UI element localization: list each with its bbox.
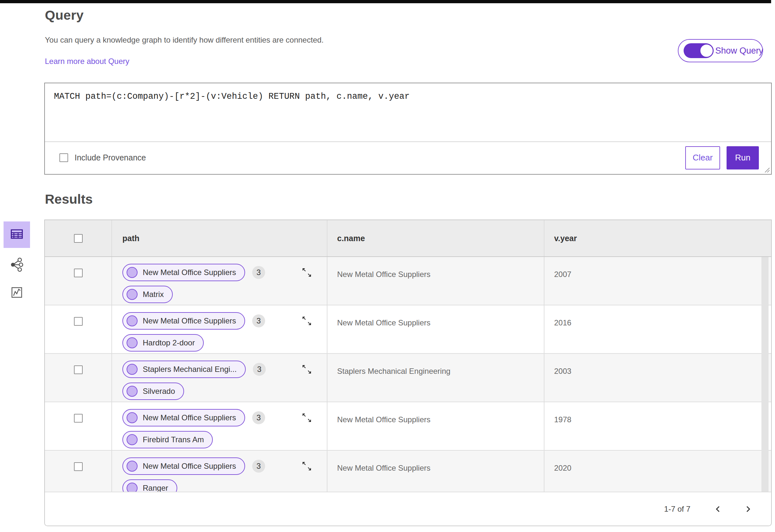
chevron-left-icon[interactable] <box>712 503 725 516</box>
learn-more-link[interactable]: Learn more about Query <box>45 57 129 66</box>
toggle-track[interactable] <box>684 43 713 58</box>
expand-diagonal-arrows-icon[interactable] <box>301 460 312 472</box>
show-query-label: Show Query <box>715 46 763 56</box>
path-end-node-pill[interactable]: Firebird Trans Am <box>122 431 213 448</box>
page-description: You can query a knowledge graph to ident… <box>45 36 323 45</box>
clear-button[interactable]: Clear <box>685 146 720 169</box>
query-panel-footer: Include Provenance Clear Run <box>45 142 771 173</box>
path-end-node-pill[interactable]: Hardtop 2-door <box>122 334 204 352</box>
path-hop-count-badge: 3 <box>253 363 266 376</box>
query-editor[interactable]: MATCH path=(c:Company)-[r*2]-(v:Vehicle)… <box>45 83 771 142</box>
expand-diagonal-arrows-icon[interactable] <box>301 267 312 278</box>
node-dot-icon <box>127 267 138 278</box>
cell-vyear: 2007 <box>544 257 771 305</box>
page-title: Query <box>45 8 84 23</box>
query-panel: MATCH path=(c:Company)-[r*2]-(v:Vehicle)… <box>44 83 772 175</box>
cell-cname: New Metal Office Suppliers <box>327 305 544 353</box>
results-title: Results <box>45 192 93 207</box>
toggle-knob[interactable] <box>699 44 714 58</box>
expand-diagonal-arrows-icon[interactable] <box>301 315 312 327</box>
table-row: New Metal Office Suppliers 3 Hardtop 2-d… <box>45 305 771 354</box>
view-toggle-graph[interactable] <box>4 258 30 273</box>
row-checkbox[interactable] <box>74 269 83 277</box>
cell-vyear: 1978 <box>544 402 771 450</box>
path-hop-count-badge: 3 <box>252 266 265 279</box>
table-view-icon <box>10 228 24 242</box>
column-header-vyear: v.year <box>544 220 771 256</box>
row-checkbox[interactable] <box>74 462 83 471</box>
column-header-cname: c.name <box>327 220 544 256</box>
cell-cname: New Metal Office Suppliers <box>327 451 544 492</box>
view-toggle-table[interactable] <box>4 221 30 248</box>
table-row: New Metal Office Suppliers 3 Ranger New … <box>45 451 771 492</box>
cell-cname: Staplers Mechanical Engineering <box>327 354 544 402</box>
row-checkbox[interactable] <box>74 365 83 374</box>
cell-vyear: 2020 <box>544 451 771 492</box>
cell-cname: New Metal Office Suppliers <box>327 257 544 305</box>
table-row: New Metal Office Suppliers 3 Firebird Tr… <box>45 402 771 451</box>
path-end-node-pill[interactable]: Matrix <box>122 286 173 303</box>
cell-vyear: 2016 <box>544 305 771 353</box>
row-checkbox[interactable] <box>74 317 83 326</box>
top-black-bar <box>0 0 771 3</box>
header-checkbox-cell <box>45 220 111 256</box>
select-all-checkbox[interactable] <box>74 234 83 243</box>
node-dot-icon <box>127 364 138 375</box>
textarea-resize-grip-icon[interactable] <box>764 167 770 173</box>
table-body: New Metal Office Suppliers 3 Matrix New … <box>45 257 771 492</box>
path-hop-count-badge: 3 <box>252 460 265 473</box>
node-dot-icon <box>127 337 138 348</box>
node-dot-icon <box>127 315 138 326</box>
node-dot-icon <box>127 289 138 300</box>
path-start-node-pill[interactable]: New Metal Office Suppliers <box>122 409 245 426</box>
results-view-rail <box>4 221 30 248</box>
cell-vyear: 2003 <box>544 354 771 402</box>
path-start-node-pill[interactable]: New Metal Office Suppliers <box>122 312 245 330</box>
pagination-range-label: 1-7 of 7 <box>664 505 690 514</box>
run-button[interactable]: Run <box>727 146 759 169</box>
expand-diagonal-arrows-icon[interactable] <box>301 412 312 424</box>
table-header-row: path c.name v.year <box>45 220 771 257</box>
path-hop-count-badge: 3 <box>252 411 265 424</box>
view-toggle-chart[interactable] <box>4 285 30 301</box>
results-table: path c.name v.year New Metal Office Supp… <box>44 220 772 526</box>
table-row: Staplers Mechanical Engi... 3 Silverado … <box>45 354 771 402</box>
cell-cname: New Metal Office Suppliers <box>327 402 544 450</box>
show-query-toggle[interactable]: Show Query <box>678 39 763 62</box>
table-row: New Metal Office Suppliers 3 Matrix New … <box>45 257 771 305</box>
path-hop-count-badge: 3 <box>252 314 265 327</box>
graph-network-icon <box>10 258 24 273</box>
path-start-node-pill[interactable]: Staplers Mechanical Engi... <box>122 361 246 378</box>
chart-view-icon <box>10 286 23 300</box>
chevron-right-icon[interactable] <box>741 503 754 516</box>
vertical-scrollbar[interactable] <box>761 257 769 492</box>
node-dot-icon <box>127 461 138 472</box>
table-pagination-footer: 1-7 of 7 <box>45 492 771 526</box>
node-dot-icon <box>127 386 138 397</box>
row-checkbox[interactable] <box>74 414 83 423</box>
node-dot-icon <box>127 412 138 423</box>
path-start-node-pill[interactable]: New Metal Office Suppliers <box>122 457 245 475</box>
path-start-node-pill[interactable]: New Metal Office Suppliers <box>122 264 245 281</box>
column-header-path: path <box>111 220 327 256</box>
node-dot-icon <box>127 434 138 445</box>
expand-diagonal-arrows-icon[interactable] <box>301 363 312 375</box>
node-dot-icon <box>127 483 138 492</box>
path-end-node-pill[interactable]: Ranger <box>122 479 177 492</box>
path-end-node-pill[interactable]: Silverado <box>122 383 184 400</box>
include-provenance-checkbox[interactable] <box>59 153 68 162</box>
include-provenance-label: Include Provenance <box>75 153 146 162</box>
